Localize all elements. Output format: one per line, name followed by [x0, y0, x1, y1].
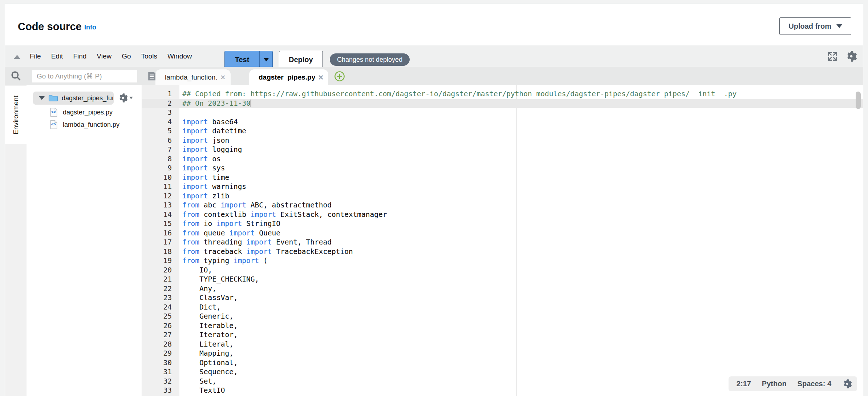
tab-close-icon[interactable]: ×: [220, 73, 226, 82]
line-number: 30: [142, 358, 179, 368]
code-text: import os: [179, 154, 221, 164]
test-dropdown-button[interactable]: [259, 51, 272, 68]
code-line-17[interactable]: 17from threading import Event, Thread: [142, 238, 863, 247]
code-line-14[interactable]: 14from contextlib import ExitStack, cont…: [142, 210, 863, 219]
editor-settings-gear-icon[interactable]: [845, 50, 857, 62]
file-tree-panel: dagster_pipes_funct <> dagster_pipes.py …: [27, 85, 142, 396]
tree-file-label: dagster_pipes.py: [63, 109, 113, 116]
code-line-24[interactable]: 24 Dict,: [142, 303, 863, 312]
folder-settings-button[interactable]: [118, 93, 133, 103]
code-text: ## On 2023-11-30: [179, 99, 251, 108]
code-line-21[interactable]: 21 TYPE_CHECKING,: [142, 275, 863, 284]
code-text: import json: [179, 136, 229, 145]
tree-file-dagster-pipes-py[interactable]: <> dagster_pipes.py: [27, 106, 142, 118]
lambda-code-source-screen: Code source Info Upload from FileEditFin…: [0, 0, 868, 396]
line-number: 14: [142, 210, 179, 219]
search-and-tab-band: lambda_function.×dagster_pipes.py×: [5, 67, 863, 85]
menu-item-tools[interactable]: Tools: [136, 52, 162, 60]
tree-file-label: lambda_function.py: [63, 121, 119, 129]
code-line-2[interactable]: 2## On 2023-11-30: [142, 99, 863, 108]
deploy-button[interactable]: Deploy: [279, 51, 323, 68]
tab-lambda-function-[interactable]: lambda_function.×: [155, 69, 231, 85]
upload-from-button[interactable]: Upload from: [779, 17, 851, 35]
new-tab-plus-circle-icon[interactable]: [334, 70, 345, 84]
changes-status-badge: Changes not deployed: [330, 53, 410, 66]
code-line-16[interactable]: 16from queue import Queue: [142, 229, 863, 238]
code-line-31[interactable]: 31 Sequence,: [142, 367, 863, 377]
line-number: 18: [142, 247, 179, 256]
chevron-down-icon: [264, 58, 269, 61]
code-line-26[interactable]: 26 Iterable,: [142, 321, 863, 331]
test-button[interactable]: Test: [225, 51, 259, 68]
info-link[interactable]: Info: [84, 24, 96, 31]
search-input[interactable]: [32, 70, 137, 82]
code-line-9[interactable]: 9import sys: [142, 163, 863, 173]
code-lines: 1## Copied from: https://raw.githubuserc…: [142, 89, 863, 395]
tab-dagster-pipes-py[interactable]: dagster_pipes.py×: [249, 69, 328, 85]
folder-icon: [48, 94, 58, 102]
code-line-5[interactable]: 5import datetime: [142, 126, 863, 136]
line-number: 10: [142, 173, 179, 182]
collapse-menubar-icon[interactable]: [14, 55, 20, 59]
code-line-30[interactable]: 30 Optional,: [142, 358, 863, 368]
line-number: 6: [142, 136, 179, 145]
code-line-12[interactable]: 12import zlib: [142, 191, 863, 201]
menu-item-file[interactable]: File: [25, 52, 46, 60]
fullscreen-icon[interactable]: [827, 51, 837, 61]
code-line-19[interactable]: 19from typing import (: [142, 256, 863, 266]
test-split-button[interactable]: Test: [224, 51, 273, 68]
code-line-4[interactable]: 4import base64: [142, 117, 863, 127]
line-number: 19: [142, 256, 179, 266]
chevron-down-icon: [129, 97, 133, 99]
search-icon[interactable]: [10, 70, 22, 83]
menu-item-view[interactable]: View: [92, 52, 117, 60]
code-text: TYPE_CHECKING,: [179, 275, 259, 284]
tree-folder-dagster-pipes-function[interactable]: dagster_pipes_funct: [33, 92, 114, 105]
menu-item-find[interactable]: Find: [68, 52, 92, 60]
code-line-25[interactable]: 25 Generic,: [142, 312, 863, 321]
code-text: from traceback import TracebackException: [179, 247, 353, 256]
code-line-18[interactable]: 18from traceback import TracebackExcepti…: [142, 247, 863, 256]
environment-panel-tab[interactable]: Environment: [5, 86, 27, 144]
menu-item-window[interactable]: Window: [162, 52, 197, 60]
indentation-status[interactable]: Spaces: 4: [798, 380, 831, 388]
chevron-down-icon[interactable]: [39, 96, 45, 100]
code-line-15[interactable]: 15from io import StringIO: [142, 219, 863, 229]
code-line-27[interactable]: 27 Iterator,: [142, 330, 863, 340]
code-line-29[interactable]: 29 Mapping,: [142, 349, 863, 358]
line-number: 23: [142, 293, 179, 303]
code-text: import time: [179, 173, 229, 182]
cursor-position-status[interactable]: 2:17: [737, 380, 751, 388]
line-number: 20: [142, 266, 179, 275]
line-number: 1: [142, 89, 179, 99]
code-line-11[interactable]: 11import warnings: [142, 182, 863, 191]
code-line-28[interactable]: 28 Literal,: [142, 340, 863, 349]
code-line-20[interactable]: 20 IO,: [142, 266, 863, 275]
code-line-10[interactable]: 10import time: [142, 173, 863, 182]
code-editor[interactable]: 1## Copied from: https://raw.githubuserc…: [142, 85, 863, 396]
code-line-1[interactable]: 1## Copied from: https://raw.githubuserc…: [142, 89, 863, 99]
tab-close-icon[interactable]: ×: [318, 73, 323, 82]
code-text: Literal,: [179, 340, 234, 349]
tree-file-lambda-function-py[interactable]: <> lambda_function.py: [27, 118, 142, 131]
editor-status-bar: 2:17 Python Spaces: 4: [729, 376, 857, 391]
line-number: 22: [142, 284, 179, 294]
code-text: Dict,: [179, 303, 221, 312]
line-number: 12: [142, 191, 179, 201]
menu-item-edit[interactable]: Edit: [46, 52, 68, 60]
code-line-8[interactable]: 8import os: [142, 154, 863, 164]
code-line-23[interactable]: 23 ClassVar,: [142, 293, 863, 303]
language-mode-status[interactable]: Python: [762, 380, 787, 388]
code-file-icon: <>: [50, 108, 58, 117]
code-text: import zlib: [179, 191, 229, 201]
code-line-6[interactable]: 6import json: [142, 136, 863, 145]
editor-scrollbar-thumb[interactable]: [856, 92, 861, 109]
code-line-7[interactable]: 7import logging: [142, 145, 863, 154]
line-number: 26: [142, 321, 179, 331]
statusbar-gear-icon[interactable]: [842, 379, 852, 389]
menu-item-go[interactable]: Go: [117, 52, 136, 60]
code-line-13[interactable]: 13from abc import ABC, abstractmethod: [142, 201, 863, 210]
code-line-22[interactable]: 22 Any,: [142, 284, 863, 294]
code-text: Generic,: [179, 312, 234, 321]
code-line-3[interactable]: 3: [142, 108, 863, 117]
